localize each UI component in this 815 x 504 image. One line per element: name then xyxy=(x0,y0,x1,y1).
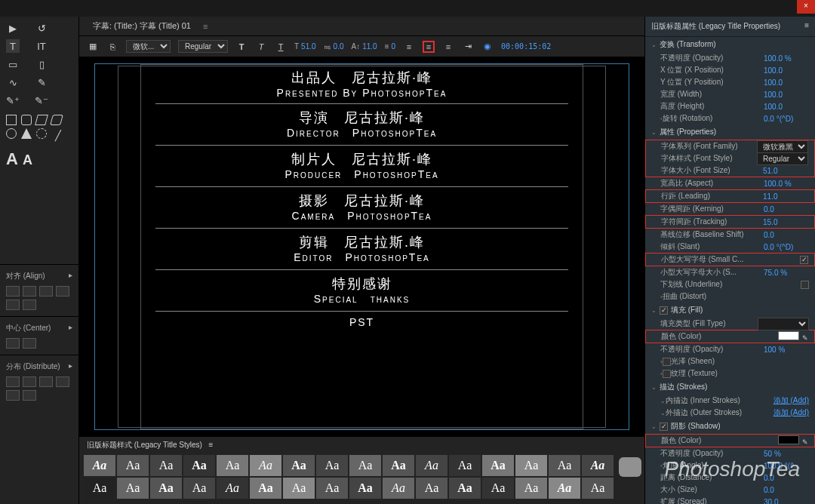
style-swatch[interactable]: Aa xyxy=(217,455,248,476)
style-swatch[interactable]: Aa xyxy=(183,455,215,476)
style-swatch[interactable]: Aa xyxy=(117,455,149,476)
tab-menu-icon[interactable]: ≡ xyxy=(203,22,208,31)
fill-checkbox[interactable]: ✓ xyxy=(660,306,668,315)
dist-6[interactable] xyxy=(23,390,36,401)
style-swatch[interactable]: Aa xyxy=(515,455,547,476)
style-swatch[interactable]: Aa xyxy=(150,478,182,499)
credit-block[interactable]: 特别感谢Special thanks xyxy=(95,270,629,311)
bold-icon[interactable]: T xyxy=(235,41,248,53)
align-vcenter[interactable] xyxy=(6,300,20,310)
style-swatch[interactable]: Aa xyxy=(283,478,315,499)
line-tool[interactable]: ╱ xyxy=(51,128,65,142)
credit-block[interactable]: 出品人 尼古拉斯·峰Presented By PhotoshopTea xyxy=(95,64,629,103)
center-h[interactable] xyxy=(6,338,20,349)
dist-5[interactable] xyxy=(6,390,20,401)
style-swatch[interactable]: Aa xyxy=(283,455,315,476)
strokes-group[interactable]: ⌄描边 (Strokes) xyxy=(645,380,815,395)
underline-checkbox[interactable] xyxy=(801,281,809,289)
text-tool[interactable]: T xyxy=(6,39,20,53)
path-text-tool[interactable]: ∿ xyxy=(6,75,20,89)
style-swatch[interactable]: Aa xyxy=(84,478,115,499)
area-vtext-tool[interactable]: ▯ xyxy=(35,57,48,71)
title-tab[interactable]: 字幕: (Title:) 字幕 (Title) 01 xyxy=(87,17,197,35)
style-swatch[interactable]: Aa xyxy=(383,455,414,476)
baseline-value[interactable]: 0.0 xyxy=(764,231,809,239)
credit-block[interactable]: 导演 尼古拉斯·峰Director PhotoshopTea xyxy=(95,104,629,145)
style-swatch[interactable]: Aa xyxy=(515,478,547,499)
ellipse-tool[interactable] xyxy=(6,128,17,139)
shadow-distance-value[interactable]: 0.0 xyxy=(764,474,809,482)
style-swatch[interactable]: Aa xyxy=(217,478,248,499)
shadow-color-swatch[interactable] xyxy=(778,435,799,444)
tracking-value[interactable]: 15.0 xyxy=(763,218,808,226)
kerning-value[interactable]: 0.0 xyxy=(764,205,809,214)
show-video-icon[interactable]: ◉ xyxy=(481,41,494,53)
style-swatch[interactable]: Aa xyxy=(316,478,348,499)
opacity-value[interactable]: 100.0 % xyxy=(764,54,809,63)
smallcaps-checkbox[interactable]: ✓ xyxy=(800,256,808,264)
style-swatch[interactable]: Aa xyxy=(250,478,281,499)
ellipse-arc-tool[interactable] xyxy=(36,128,47,139)
font-style-select[interactable]: Regular xyxy=(757,152,808,165)
shadow-opacity-value[interactable]: 50 % xyxy=(764,450,809,458)
style-swatch[interactable]: Aa xyxy=(349,455,381,476)
align-center-icon[interactable]: ≡ xyxy=(423,41,435,53)
style-swatch[interactable]: Aa xyxy=(482,455,514,476)
shadow-angle-value[interactable]: 100.0 °(^... xyxy=(764,462,809,470)
credits-text[interactable]: 出品人 尼古拉斯·峰Presented By PhotoshopTea导演 尼古… xyxy=(95,64,629,333)
credit-block[interactable]: 制片人 尼古拉斯·峰Producer PhotoshopTea xyxy=(95,146,629,186)
aspect-field[interactable]: ㎳ 0.0 xyxy=(324,41,344,52)
font-size-field[interactable]: T 51.0 xyxy=(294,42,316,51)
rounded-rect-tool[interactable] xyxy=(21,115,32,125)
shadow-checkbox[interactable]: ✓ xyxy=(660,423,668,431)
rotation-value[interactable]: 0.0 °(^D) xyxy=(764,115,809,123)
style-swatch[interactable]: Aa xyxy=(117,478,149,499)
style-swatch[interactable]: Aa xyxy=(582,455,614,476)
styles-title[interactable]: 旧版标题样式 (Legacy Title Styles) xyxy=(87,441,202,449)
font-size-value[interactable]: 51.0 xyxy=(763,167,808,175)
big-aa-icon[interactable]: A xyxy=(6,149,18,169)
fill-opacity-value[interactable]: 100 % xyxy=(764,346,809,354)
align-bottom[interactable] xyxy=(23,300,36,310)
style-swatch[interactable]: Aa xyxy=(383,478,414,499)
italic-icon[interactable]: T xyxy=(255,41,267,53)
align-right[interactable] xyxy=(39,286,53,297)
shadow-group[interactable]: ⌄✓ 阴影 (Shadow) xyxy=(645,419,815,434)
style-swatch[interactable]: Aa xyxy=(84,455,115,476)
style-swatch[interactable]: Aa xyxy=(416,455,447,476)
canvas-area[interactable]: 出品人 尼古拉斯·峰Presented By PhotoshopTea导演 尼古… xyxy=(79,57,644,436)
font-family-dropdown[interactable]: 微软... xyxy=(126,40,171,53)
align-left-icon[interactable]: ≡ xyxy=(403,41,415,53)
credit-block[interactable]: 剪辑 尼古拉斯.峰Editor PhotoshopTea xyxy=(95,229,629,269)
properties-menu-icon[interactable]: ≡ xyxy=(804,21,809,32)
roll-crawl-icon[interactable]: ▦ xyxy=(87,41,99,53)
tab-stops-icon[interactable]: ⇥ xyxy=(462,41,474,53)
y-value[interactable]: 100.0 xyxy=(764,78,809,87)
aspect-value[interactable]: 100.0 % xyxy=(764,180,809,188)
dist-2[interactable] xyxy=(23,376,36,387)
height-value[interactable]: 100.0 xyxy=(764,103,809,111)
underline-icon[interactable]: T xyxy=(275,41,287,53)
outer-stroke-add[interactable]: 添加 (Add) xyxy=(773,407,809,418)
wedge-tool[interactable] xyxy=(50,115,63,125)
selection-tool[interactable]: ▶ xyxy=(6,21,20,35)
font-family-select[interactable]: 微软雅黑 xyxy=(757,140,808,153)
credit-block[interactable]: 摄影 尼古拉斯·峰Camera PhotoshopTea xyxy=(95,187,629,228)
style-swatch[interactable]: Aa xyxy=(250,455,281,476)
smallcaps-size-value[interactable]: 75.0 % xyxy=(764,269,809,277)
distribute-menu-icon[interactable]: ▸ xyxy=(69,361,72,372)
clipped-rect-tool[interactable] xyxy=(35,115,48,125)
rotate-tool[interactable]: ↺ xyxy=(35,21,48,35)
fill-color-swatch[interactable] xyxy=(778,331,799,340)
style-swatch[interactable]: Aa xyxy=(549,455,580,476)
styles-menu-icon[interactable]: ≡ xyxy=(209,441,214,449)
area-text-tool[interactable]: ▭ xyxy=(6,57,20,71)
tracking-field[interactable]: ≡ 0 xyxy=(385,42,395,51)
dist-4[interactable] xyxy=(56,376,69,387)
inner-stroke-add[interactable]: 添加 (Add) xyxy=(773,395,809,406)
rect-tool[interactable] xyxy=(6,115,17,125)
pen-tool[interactable]: ✎ xyxy=(35,75,48,89)
transform-group[interactable]: ⌄变换 (Transform) xyxy=(645,37,815,52)
align-left[interactable] xyxy=(6,286,20,297)
font-style-dropdown[interactable]: Regular xyxy=(178,40,228,53)
